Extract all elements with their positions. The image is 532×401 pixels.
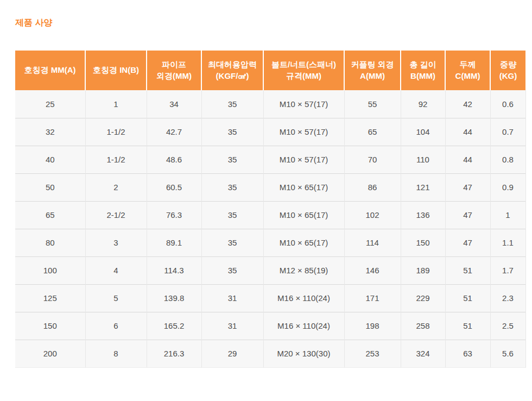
cell-weight: 2.5 [490, 312, 525, 340]
cell-nominal-diameter-in: 6 [85, 312, 147, 340]
cell-weight: 5.6 [490, 340, 525, 367]
column-header-thickness: 두께 C(MM) [445, 51, 490, 90]
cell-bolt-nut-spanner-spec: M10 × 65(17) [263, 201, 344, 229]
cell-nominal-diameter-in: 4 [85, 256, 147, 284]
table-row: 321-1/242.735M10 × 57(17)65104440.7 [15, 118, 525, 146]
cell-total-length: 104 [401, 118, 445, 146]
cell-weight: 1.7 [490, 256, 525, 284]
cell-weight: 1 [490, 201, 525, 229]
cell-max-allowable-pressure: 31 [201, 284, 263, 312]
cell-nominal-diameter-mm: 80 [15, 229, 85, 256]
cell-total-length: 92 [401, 90, 445, 118]
cell-thickness: 47 [445, 229, 490, 256]
cell-nominal-diameter-mm: 125 [15, 284, 85, 312]
product-spec-table: 호칭경 MM(A)호칭경 IN(B)파이프 외경(MM)최대허용압력 (KGF/… [15, 51, 526, 368]
column-header-nominal-diameter-mm: 호칭경 MM(A) [15, 51, 85, 90]
cell-thickness: 51 [445, 284, 490, 312]
cell-bolt-nut-spanner-spec: M12 × 85(19) [263, 256, 344, 284]
cell-total-length: 136 [401, 201, 445, 229]
cell-pipe-outer-diameter: 139.8 [147, 284, 201, 312]
cell-total-length: 121 [401, 173, 445, 201]
cell-pipe-outer-diameter: 60.5 [147, 173, 201, 201]
column-header-max-allowable-pressure: 최대허용압력 (KGF/㎠) [201, 51, 263, 90]
cell-max-allowable-pressure: 35 [201, 256, 263, 284]
cell-weight: 0.9 [490, 173, 525, 201]
cell-bolt-nut-spanner-spec: M10 × 65(17) [263, 173, 344, 201]
table-row: 2008216.329M20 × 130(30)253324635.6 [15, 340, 525, 367]
cell-thickness: 51 [445, 312, 490, 340]
cell-pipe-outer-diameter: 165.2 [147, 312, 201, 340]
cell-max-allowable-pressure: 35 [201, 229, 263, 256]
cell-total-length: 229 [401, 284, 445, 312]
cell-total-length: 110 [401, 146, 445, 173]
cell-coupling-outer-diameter: 55 [344, 90, 401, 118]
cell-thickness: 42 [445, 90, 490, 118]
cell-max-allowable-pressure: 29 [201, 340, 263, 367]
cell-bolt-nut-spanner-spec: M16 × 110(24) [263, 312, 344, 340]
cell-pipe-outer-diameter: 216.3 [147, 340, 201, 367]
cell-weight: 2.3 [490, 284, 525, 312]
cell-nominal-diameter-mm: 25 [15, 90, 85, 118]
cell-nominal-diameter-mm: 100 [15, 256, 85, 284]
cell-bolt-nut-spanner-spec: M16 × 110(24) [263, 284, 344, 312]
cell-pipe-outer-diameter: 48.6 [147, 146, 201, 173]
cell-nominal-diameter-mm: 200 [15, 340, 85, 367]
column-header-nominal-diameter-in: 호칭경 IN(B) [85, 51, 147, 90]
cell-total-length: 189 [401, 256, 445, 284]
cell-nominal-diameter-in: 5 [85, 284, 147, 312]
cell-thickness: 51 [445, 256, 490, 284]
cell-max-allowable-pressure: 35 [201, 118, 263, 146]
cell-coupling-outer-diameter: 86 [344, 173, 401, 201]
column-header-coupling-outer-diameter: 커플링 외경 A(MM) [344, 51, 401, 90]
spec-table-header: 호칭경 MM(A)호칭경 IN(B)파이프 외경(MM)최대허용압력 (KGF/… [15, 51, 525, 90]
cell-max-allowable-pressure: 35 [201, 173, 263, 201]
cell-max-allowable-pressure: 35 [201, 90, 263, 118]
column-header-pipe-outer-diameter: 파이프 외경(MM) [147, 51, 201, 90]
cell-coupling-outer-diameter: 102 [344, 201, 401, 229]
cell-nominal-diameter-mm: 40 [15, 146, 85, 173]
cell-coupling-outer-diameter: 198 [344, 312, 401, 340]
column-header-total-length: 총 길이 B(MM) [401, 51, 445, 90]
cell-total-length: 258 [401, 312, 445, 340]
cell-max-allowable-pressure: 31 [201, 312, 263, 340]
cell-weight: 0.6 [490, 90, 525, 118]
cell-weight: 0.8 [490, 146, 525, 173]
cell-thickness: 44 [445, 146, 490, 173]
cell-nominal-diameter-in: 1-1/2 [85, 146, 147, 173]
cell-coupling-outer-diameter: 146 [344, 256, 401, 284]
table-row: 80389.135M10 × 65(17)114150471.1 [15, 229, 525, 256]
table-row: 2513435M10 × 57(17)5592420.6 [15, 90, 525, 118]
cell-nominal-diameter-in: 2 [85, 173, 147, 201]
cell-nominal-diameter-mm: 50 [15, 173, 85, 201]
cell-nominal-diameter-in: 1 [85, 90, 147, 118]
cell-thickness: 44 [445, 118, 490, 146]
column-header-bolt-nut-spanner-spec: 볼트/너트(스패너) 규격(MM) [263, 51, 344, 90]
cell-pipe-outer-diameter: 89.1 [147, 229, 201, 256]
cell-nominal-diameter-mm: 32 [15, 118, 85, 146]
spec-table-body: 2513435M10 × 57(17)5592420.6321-1/242.73… [15, 90, 525, 367]
cell-pipe-outer-diameter: 42.7 [147, 118, 201, 146]
table-row: 401-1/248.635M10 × 57(17)70110440.8 [15, 146, 525, 173]
cell-bolt-nut-spanner-spec: M10 × 57(17) [263, 118, 344, 146]
cell-coupling-outer-diameter: 253 [344, 340, 401, 367]
table-row: 50260.535M10 × 65(17)86121470.9 [15, 173, 525, 201]
header-row: 호칭경 MM(A)호칭경 IN(B)파이프 외경(MM)최대허용압력 (KGF/… [15, 51, 525, 90]
table-row: 1004114.335M12 × 85(19)146189511.7 [15, 256, 525, 284]
cell-bolt-nut-spanner-spec: M10 × 57(17) [263, 90, 344, 118]
cell-nominal-diameter-in: 2-1/2 [85, 201, 147, 229]
page-title: 제품 사양 [15, 17, 525, 29]
cell-bolt-nut-spanner-spec: M10 × 65(17) [263, 229, 344, 256]
column-header-weight: 중량 (KG) [490, 51, 525, 90]
cell-nominal-diameter-in: 1-1/2 [85, 118, 147, 146]
cell-bolt-nut-spanner-spec: M20 × 130(30) [263, 340, 344, 367]
cell-coupling-outer-diameter: 65 [344, 118, 401, 146]
table-row: 1255139.831M16 × 110(24)171229512.3 [15, 284, 525, 312]
cell-pipe-outer-diameter: 76.3 [147, 201, 201, 229]
page: 제품 사양 호칭경 MM(A)호칭경 IN(B)파이프 외경(MM)최대허용압력… [0, 0, 532, 401]
cell-total-length: 324 [401, 340, 445, 367]
cell-nominal-diameter-in: 8 [85, 340, 147, 367]
cell-max-allowable-pressure: 35 [201, 146, 263, 173]
cell-thickness: 63 [445, 340, 490, 367]
cell-coupling-outer-diameter: 171 [344, 284, 401, 312]
cell-pipe-outer-diameter: 114.3 [147, 256, 201, 284]
